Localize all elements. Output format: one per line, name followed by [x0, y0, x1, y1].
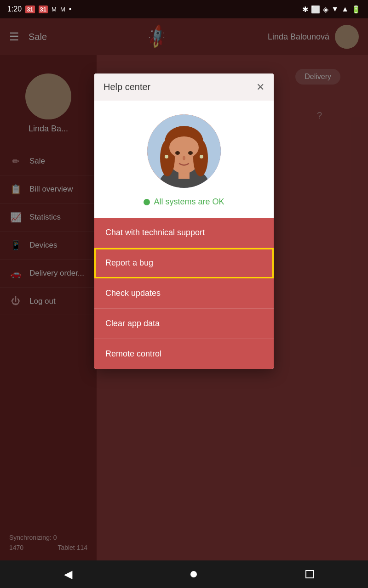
- mail-icon2: M: [60, 6, 65, 13]
- calendar-icon2: 31: [39, 6, 48, 13]
- svg-point-15: [183, 156, 185, 160]
- status-right: ✱ ⬜ ◈ ▼ ▲ 🔋: [302, 5, 361, 14]
- nav-home-button[interactable]: [190, 571, 197, 577]
- menu-label-report-bug: Report a bug: [105, 258, 153, 268]
- mail-icon: M: [52, 6, 57, 13]
- menu-item-report-bug[interactable]: Report a bug: [94, 248, 274, 278]
- svg-point-13: [175, 151, 180, 155]
- dialog-title: Help center: [104, 82, 150, 92]
- status-dot: [144, 199, 150, 205]
- dot-icon: •: [69, 5, 72, 13]
- help-center-dialog: Help center ✕: [94, 74, 274, 369]
- wifi-icon: ▼: [331, 5, 339, 13]
- nav-back-button[interactable]: ◀: [54, 565, 82, 583]
- menu-item-chat[interactable]: Chat with technical support: [94, 218, 274, 248]
- svg-point-16: [165, 155, 168, 158]
- svg-point-17: [200, 155, 203, 158]
- battery-save-icon: ⬜: [311, 5, 320, 14]
- status-left: 1:20 31 31 M M •: [7, 5, 71, 13]
- signal-icon: ▲: [341, 5, 349, 13]
- app-background: ☰ Sale 🚀 Linda Balounová: [0, 18, 368, 588]
- nav-bar: ◀: [0, 560, 368, 588]
- menu-item-check-updates[interactable]: Check updates: [94, 278, 274, 309]
- support-avatar: [147, 114, 221, 188]
- status-text: All systems are OK: [154, 197, 224, 207]
- menu-label-remote-control: Remote control: [105, 349, 161, 359]
- dialog-menu: Chat with technical support Report a bug…: [94, 218, 274, 369]
- calendar-icon: 31: [25, 6, 34, 13]
- status-indicator: All systems are OK: [144, 197, 224, 207]
- dialog-header: Help center ✕: [94, 74, 274, 101]
- dialog-upper: All systems are OK: [94, 101, 274, 218]
- nav-recents-button[interactable]: [305, 570, 314, 578]
- menu-item-remote-control[interactable]: Remote control: [94, 339, 274, 369]
- brightness-icon: ◈: [323, 5, 328, 14]
- battery-icon: 🔋: [351, 5, 361, 14]
- menu-label-clear-data: Clear app data: [105, 319, 160, 328]
- time-display: 1:20: [7, 5, 22, 13]
- svg-point-14: [188, 151, 193, 155]
- menu-label-check-updates: Check updates: [105, 288, 161, 298]
- svg-point-12: [169, 136, 199, 158]
- menu-label-chat: Chat with technical support: [105, 228, 205, 237]
- status-bar: 1:20 31 31 M M • ✱ ⬜ ◈ ▼ ▲ 🔋: [0, 0, 368, 18]
- dialog-close-button[interactable]: ✕: [256, 82, 264, 92]
- menu-item-clear-data[interactable]: Clear app data: [94, 309, 274, 339]
- bluetooth-icon: ✱: [302, 5, 308, 14]
